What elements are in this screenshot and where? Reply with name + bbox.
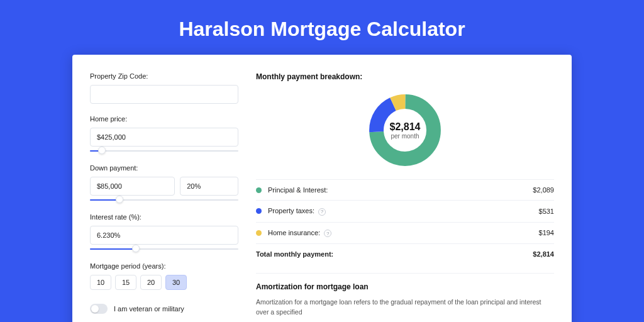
legend-total-value: $2,814 — [533, 250, 554, 258]
legend-name: Principal & Interest: — [268, 186, 533, 194]
legend-row: Principal & Interest:$2,089 — [256, 179, 554, 200]
legend-row: Property taxes:?$531 — [256, 200, 554, 222]
period-option-30[interactable]: 30 — [165, 275, 187, 290]
rate-slider-fill — [90, 248, 136, 250]
period-field: Mortgage period (years): 10152030 — [90, 262, 238, 290]
legend: Principal & Interest:$2,089Property taxe… — [256, 179, 554, 243]
period-option-20[interactable]: 20 — [140, 275, 162, 290]
help-icon[interactable]: ? — [324, 230, 331, 237]
rate-input[interactable] — [90, 226, 238, 245]
zip-field: Property Zip Code: — [90, 72, 238, 104]
down-slider[interactable] — [90, 198, 238, 202]
price-label: Home price: — [90, 115, 238, 123]
price-input[interactable] — [90, 128, 238, 147]
legend-dot-icon — [256, 208, 262, 214]
down-amount-input[interactable] — [90, 177, 175, 196]
price-slider-thumb[interactable] — [98, 147, 106, 154]
down-slider-thumb[interactable] — [116, 196, 123, 203]
donut-amount: $2,814 — [390, 121, 421, 133]
legend-value: $2,089 — [533, 186, 554, 194]
rate-slider[interactable] — [90, 247, 238, 251]
rate-slider-thumb[interactable] — [132, 245, 140, 252]
inputs-panel: Property Zip Code: Home price: Down paym… — [90, 72, 238, 322]
donut-chart: $2,814 per month — [367, 92, 443, 168]
page-title: Haralson Mortgage Calculator — [0, 0, 644, 55]
period-option-15[interactable]: 15 — [115, 275, 136, 290]
veteran-row: I am veteran or military — [90, 304, 238, 314]
amortization-title: Amortization for mortgage loan — [256, 282, 554, 291]
rate-field: Interest rate (%): — [90, 213, 238, 251]
legend-dot-icon — [256, 187, 262, 193]
period-options: 10152030 — [90, 275, 238, 290]
legend-name: Home insurance:? — [268, 229, 539, 238]
price-field: Home price: — [90, 115, 238, 153]
legend-total-label: Total monthly payment: — [256, 250, 533, 258]
down-label: Down payment: — [90, 164, 238, 172]
donut-chart-wrap: $2,814 per month — [256, 86, 554, 179]
legend-value: $194 — [539, 229, 554, 236]
donut-sub: per month — [391, 133, 419, 140]
veteran-toggle[interactable] — [90, 304, 108, 314]
down-percent-input[interactable] — [180, 177, 238, 196]
period-label: Mortgage period (years): — [90, 262, 238, 270]
legend-value: $531 — [539, 208, 554, 215]
veteran-label: I am veteran or military — [114, 305, 184, 313]
down-field: Down payment: — [90, 164, 238, 202]
amortization-text: Amortization for a mortgage loan refers … — [256, 297, 554, 318]
donut-center: $2,814 per month — [367, 92, 443, 168]
price-slider[interactable] — [90, 149, 238, 153]
toggle-knob — [91, 305, 99, 313]
rate-label: Interest rate (%): — [90, 213, 238, 221]
legend-total-row: Total monthly payment: $2,814 — [256, 243, 554, 264]
calculator-card: Property Zip Code: Home price: Down paym… — [72, 55, 572, 322]
breakdown-title: Monthly payment breakdown: — [256, 72, 554, 81]
down-slider-fill — [90, 199, 119, 201]
legend-dot-icon — [256, 230, 262, 236]
zip-input[interactable] — [90, 85, 238, 104]
legend-name: Property taxes:? — [268, 207, 539, 216]
zip-label: Property Zip Code: — [90, 72, 238, 80]
help-icon[interactable]: ? — [318, 208, 326, 216]
legend-row: Home insurance:?$194 — [256, 222, 554, 244]
breakdown-panel: Monthly payment breakdown: $2,814 per mo… — [256, 72, 554, 322]
period-option-10[interactable]: 10 — [90, 275, 111, 290]
amortization-section: Amortization for mortgage loan Amortizat… — [256, 273, 554, 318]
